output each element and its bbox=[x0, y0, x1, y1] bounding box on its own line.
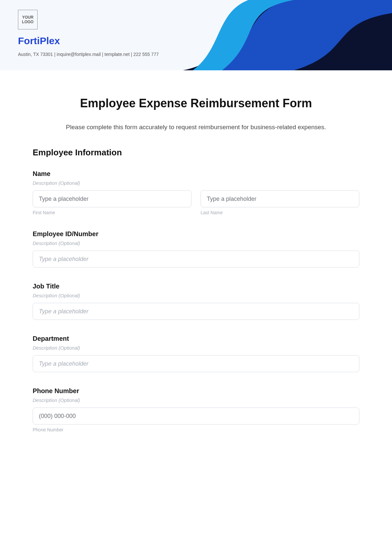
form-title: Employee Expense Reimbursement Form bbox=[33, 96, 359, 110]
phone-sublabel: Phone Number bbox=[33, 427, 359, 432]
field-department: Department Description (Optional) bbox=[33, 335, 359, 372]
field-label-phone: Phone Number bbox=[33, 387, 359, 395]
section-heading-employee-info: Employee Information bbox=[33, 148, 359, 158]
last-name-sublabel: Last Name bbox=[201, 210, 359, 215]
field-name: Name Description (Optional) First Name L… bbox=[33, 170, 359, 215]
field-desc-employee-id: Description (Optional) bbox=[33, 240, 359, 246]
field-employee-id: Employee ID/Number Description (Optional… bbox=[33, 230, 359, 268]
last-name-input[interactable] bbox=[201, 190, 359, 207]
first-name-input[interactable] bbox=[33, 190, 191, 207]
field-desc-job-title: Description (Optional) bbox=[33, 293, 359, 298]
company-info-line: Austin, TX 73301 | inquire@fortiplex.mai… bbox=[18, 52, 159, 57]
field-label-employee-id: Employee ID/Number bbox=[33, 230, 359, 238]
field-job-title: Job Title Description (Optional) bbox=[33, 283, 359, 320]
logo-placeholder: YOURLOGO bbox=[18, 10, 38, 29]
field-desc-name: Description (Optional) bbox=[33, 180, 359, 186]
first-name-sublabel: First Name bbox=[33, 210, 191, 215]
logo-text: YOURLOGO bbox=[22, 15, 33, 25]
field-phone: Phone Number Description (Optional) Phon… bbox=[33, 387, 359, 432]
form-content: Employee Expense Reimbursement Form Plea… bbox=[0, 70, 392, 442]
field-label-name: Name bbox=[33, 170, 359, 178]
field-desc-phone: Description (Optional) bbox=[33, 397, 359, 403]
phone-input[interactable] bbox=[33, 408, 359, 425]
field-label-job-title: Job Title bbox=[33, 283, 359, 290]
department-input[interactable] bbox=[33, 355, 359, 372]
job-title-input[interactable] bbox=[33, 303, 359, 320]
company-name: FortiPlex bbox=[18, 35, 60, 46]
field-label-department: Department bbox=[33, 335, 359, 342]
header-swoosh-graphic bbox=[157, 0, 392, 70]
header-band: YOURLOGO FortiPlex Austin, TX 73301 | in… bbox=[0, 0, 392, 70]
form-intro: Please complete this form accurately to … bbox=[33, 122, 359, 132]
field-desc-department: Description (Optional) bbox=[33, 345, 359, 351]
employee-id-input[interactable] bbox=[33, 251, 359, 268]
